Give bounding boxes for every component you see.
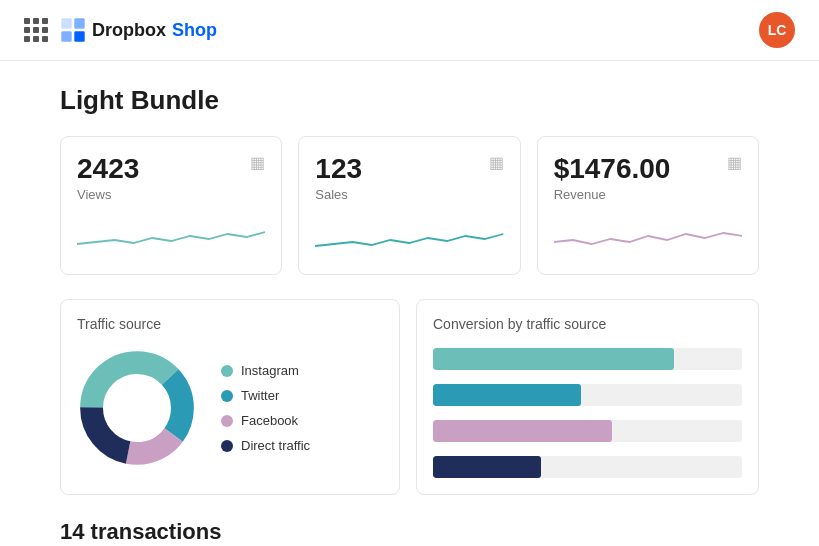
middle-row: Traffic source: [60, 299, 759, 495]
revenue-value: $1476.00: [554, 153, 671, 185]
bar-twitter: [433, 384, 742, 406]
views-sparkline: [77, 214, 265, 254]
sales-card-header: 123 ▦: [315, 153, 503, 185]
page-title: Light Bundle: [60, 85, 759, 116]
sales-card: 123 ▦ Sales: [298, 136, 520, 275]
bar-track-direct: [433, 456, 742, 478]
legend-instagram: Instagram: [221, 363, 310, 378]
twitter-label: Twitter: [241, 388, 279, 403]
main-content: Light Bundle 2423 ▦ Views 123 ▦ Sales: [0, 61, 819, 546]
svg-rect-3: [74, 31, 84, 41]
traffic-source-title: Traffic source: [77, 316, 383, 332]
bar-fill-twitter: [433, 384, 581, 406]
stats-row: 2423 ▦ Views 123 ▦ Sales $1476.00 ▦: [60, 136, 759, 275]
bar-fill-facebook: [433, 420, 612, 442]
revenue-card: $1476.00 ▦ Revenue: [537, 136, 759, 275]
dropbox-logo-icon: [60, 17, 86, 43]
sales-value: 123: [315, 153, 362, 185]
revenue-chart-icon[interactable]: ▦: [727, 153, 742, 172]
sales-sparkline: [315, 214, 503, 254]
revenue-card-header: $1476.00 ▦: [554, 153, 742, 185]
avatar[interactable]: LC: [759, 12, 795, 48]
views-card-header: 2423 ▦: [77, 153, 265, 185]
conversion-bar-chart: [433, 348, 742, 478]
sales-label: Sales: [315, 187, 503, 202]
bar-fill-instagram: [433, 348, 674, 370]
views-label: Views: [77, 187, 265, 202]
header-left: DropboxShop: [24, 17, 217, 43]
twitter-dot: [221, 390, 233, 402]
bar-track-instagram: [433, 348, 742, 370]
bar-track-facebook: [433, 420, 742, 442]
direct-label: Direct traffic: [241, 438, 310, 453]
facebook-dot: [221, 415, 233, 427]
revenue-sparkline: [554, 214, 742, 254]
legend-direct: Direct traffic: [221, 438, 310, 453]
traffic-source-card: Traffic source: [60, 299, 400, 495]
svg-point-8: [108, 379, 165, 436]
logo: DropboxShop: [60, 17, 217, 43]
svg-rect-0: [61, 18, 71, 28]
conversion-card: Conversion by traffic source: [416, 299, 759, 495]
legend-twitter: Twitter: [221, 388, 310, 403]
facebook-label: Facebook: [241, 413, 298, 428]
bar-fill-direct: [433, 456, 541, 478]
svg-rect-2: [61, 31, 71, 41]
bar-facebook: [433, 420, 742, 442]
logo-shop-text: Shop: [172, 20, 217, 41]
grid-icon[interactable]: [24, 18, 48, 42]
transactions-section: 14 transactions Date/time Purchaser Paym…: [60, 519, 759, 546]
sales-chart-icon[interactable]: ▦: [489, 153, 504, 172]
revenue-label: Revenue: [554, 187, 742, 202]
conversion-title: Conversion by traffic source: [433, 316, 742, 332]
logo-dropbox-text: Dropbox: [92, 20, 166, 41]
instagram-label: Instagram: [241, 363, 299, 378]
views-card: 2423 ▦ Views: [60, 136, 282, 275]
bar-instagram: [433, 348, 742, 370]
bar-direct: [433, 456, 742, 478]
instagram-dot: [221, 365, 233, 377]
donut-section: Instagram Twitter Facebook Direct traffi…: [77, 348, 383, 468]
views-value: 2423: [77, 153, 139, 185]
header: DropboxShop LC: [0, 0, 819, 61]
donut-chart: [77, 348, 197, 468]
traffic-legend: Instagram Twitter Facebook Direct traffi…: [221, 363, 310, 453]
legend-facebook: Facebook: [221, 413, 310, 428]
views-chart-icon[interactable]: ▦: [250, 153, 265, 172]
bar-track-twitter: [433, 384, 742, 406]
transactions-title: 14 transactions: [60, 519, 759, 545]
svg-rect-1: [74, 18, 84, 28]
direct-dot: [221, 440, 233, 452]
